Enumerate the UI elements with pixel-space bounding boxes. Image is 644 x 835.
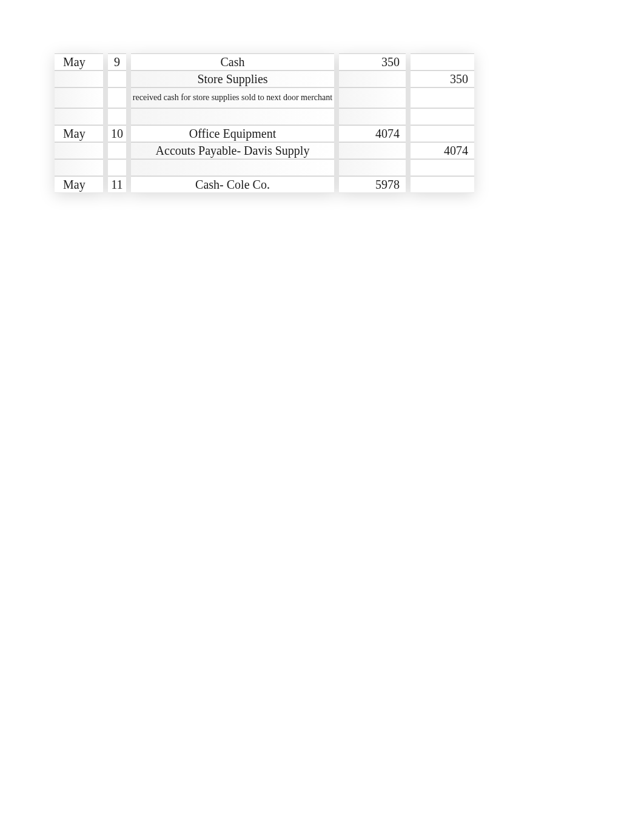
cell-day: 9 (108, 53, 126, 70)
table-row: May 9 Cash 350 (55, 53, 479, 70)
cell-debit: 4074 (339, 125, 406, 142)
cell-debit (339, 108, 406, 125)
cell-description (131, 108, 334, 125)
cell-debit (339, 70, 406, 87)
cell-credit: 4074 (411, 142, 474, 159)
cell-day (108, 70, 126, 87)
cell-debit (339, 142, 406, 159)
journal-table: May 9 Cash 350 Store Supplies 350 receiv… (55, 53, 479, 193)
cell-description: Office Equipment (131, 125, 334, 142)
cell-credit (411, 53, 474, 70)
cell-description-note: received cash for store supplies sold to… (131, 87, 334, 108)
cell-month (55, 142, 103, 159)
cell-credit (411, 159, 474, 176)
cell-month (55, 108, 103, 125)
table-row (55, 108, 479, 125)
table-row: May 10 Office Equipment 4074 (55, 125, 479, 142)
table-row: May 11 Cash- Cole Co. 5978 (55, 176, 479, 193)
cell-debit (339, 87, 406, 108)
cell-day (108, 142, 126, 159)
cell-month: May (55, 53, 103, 70)
cell-month (55, 70, 103, 87)
cell-credit: 350 (411, 70, 474, 87)
cell-description (131, 159, 334, 176)
cell-description: Cash (131, 53, 334, 70)
cell-day (108, 108, 126, 125)
table-row (55, 159, 479, 176)
cell-day (108, 159, 126, 176)
cell-day (108, 87, 126, 108)
cell-month (55, 87, 103, 108)
cell-description: Store Supplies (131, 70, 334, 87)
cell-credit (411, 125, 474, 142)
cell-credit (411, 108, 474, 125)
table-row: Store Supplies 350 (55, 70, 479, 87)
table-row: received cash for store supplies sold to… (55, 87, 479, 108)
cell-month (55, 159, 103, 176)
cell-day: 11 (108, 176, 126, 193)
cell-description: Accouts Payable- Davis Supply (131, 142, 334, 159)
cell-credit (411, 176, 474, 193)
cell-day: 10 (108, 125, 126, 142)
cell-debit (339, 159, 406, 176)
cell-debit: 350 (339, 53, 406, 70)
cell-credit (411, 87, 474, 108)
cell-description: Cash- Cole Co. (131, 176, 334, 193)
cell-month: May (55, 125, 103, 142)
table-row: Accouts Payable- Davis Supply 4074 (55, 142, 479, 159)
cell-debit: 5978 (339, 176, 406, 193)
cell-month: May (55, 176, 103, 193)
